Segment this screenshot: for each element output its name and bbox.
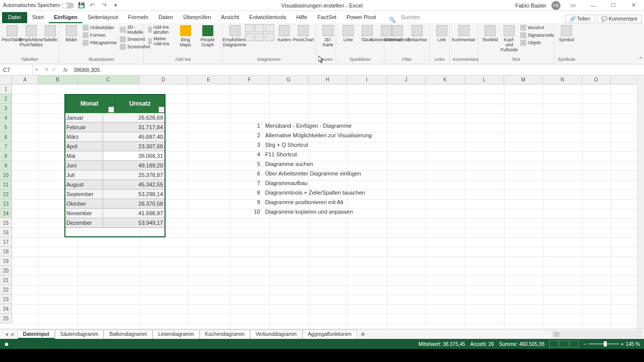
cell-month[interactable]: Februar [64,123,103,132]
enter-formula-icon[interactable]: ✓ [52,66,56,73]
pivotchart-button[interactable]: PivotChart [294,24,312,43]
column-header-K[interactable]: K [426,75,465,84]
row-header-13[interactable]: 13 [0,199,12,209]
note-row[interactable]: 7Diagrammaufbau [243,180,372,190]
row-header-1[interactable]: 1 [0,84,12,94]
sheet-tab-balkendiagramm[interactable]: Balkendiagramm [104,330,152,339]
cell-value[interactable]: 31.717,84 [103,123,166,132]
note-row[interactable]: 5Diagramme suchen [243,161,372,170]
save-icon[interactable]: 💾 [78,2,85,9]
my-addins-button[interactable]: Meine Add-Ins [147,36,175,47]
add-sheet-button[interactable]: ⊕ [357,331,369,337]
column-header-F[interactable]: F [230,75,269,84]
row-header-6[interactable]: 6 [0,132,12,142]
tab-factset[interactable]: FactSet [312,12,342,23]
tab-hilfe[interactable]: Hilfe [291,12,312,23]
sheet-nav[interactable]: ◄ ► [2,331,18,337]
name-box[interactable]: C7 [0,64,33,75]
page-break-icon[interactable] [570,340,579,347]
row-header-5[interactable]: 5 [0,123,12,132]
row-header-2[interactable]: 2 [0,94,12,104]
column-header-O[interactable]: O [582,75,611,84]
row-header-22[interactable]: 22 [0,285,12,295]
header-footer-button[interactable]: Kopf- und Fußzeile [500,24,518,53]
column-header-A[interactable]: A [12,75,38,84]
slicer-button[interactable]: Datenschnitt [387,24,407,43]
cell-value[interactable]: 41.566,97 [103,209,166,218]
filter-icon[interactable]: ▾ [158,107,165,113]
cell-value[interactable]: 53.949,17 [103,218,166,227]
zoom-level[interactable]: 145 % [626,341,640,347]
cell-value[interactable]: 49.189,20 [103,161,166,170]
table-row[interactable]: Mai38.068,31 [64,151,166,161]
table-row[interactable]: November41.566,97 [64,209,166,218]
cell-month[interactable]: August [64,180,103,189]
sparkline-line-button[interactable]: Linie [339,24,357,43]
table-row[interactable]: September53.298,14 [64,190,166,199]
tab-ueberpruefen[interactable]: Überprüfen [178,12,216,23]
icons-button[interactable]: Piktogramme [82,39,118,46]
column-chart-icon[interactable] [245,24,254,32]
table-header-monat[interactable]: Monat▾ [64,94,115,113]
row-header-25[interactable]: 25 [0,314,12,323]
cell-month[interactable]: März [64,132,103,141]
note-row[interactable]: 8Diagrammtools + Zeile/Spalten tauschen [243,190,372,199]
table-row[interactable]: Dezember53.949,17 [64,218,166,228]
tab-file[interactable]: Datei [2,12,27,23]
wordart-button[interactable]: WordArt [519,24,555,31]
ribbon-options-icon[interactable]: ▭ [566,1,581,11]
get-addins-button[interactable]: Add-Ins abrufen [147,24,175,35]
row-header-10[interactable]: 10 [0,170,12,180]
cell-value[interactable]: 26.370,58 [103,199,166,208]
cancel-formula-icon[interactable]: ✕ [44,66,49,73]
bar-chart-icon[interactable] [245,33,254,41]
user-name[interactable]: Fabio Basler [515,3,546,9]
formula-input[interactable]: 38068,305 [71,67,644,73]
symbol-button[interactable]: Symbol [557,24,576,43]
toggle-switch[interactable] [62,3,74,9]
search-box[interactable]: Suchen [396,12,425,23]
note-row[interactable]: 6Über Arbeitsreiter Diagramme einfügen [243,170,372,180]
note-row[interactable]: 3Strg + Q Shortcut [243,142,372,151]
table-row[interactable]: Oktober26.370,58 [64,199,166,209]
object-button[interactable]: Objekt [519,39,555,46]
link-button[interactable]: Link [433,24,451,43]
cell-value[interactable]: 23.307,68 [103,142,166,151]
collapse-ribbon-icon[interactable]: ^ [639,56,642,62]
table-row[interactable]: Juli25.378,87 [64,170,166,180]
sheet-tab-kuchendiagramm[interactable]: Kuchendiagramm [200,330,250,339]
column-header-I[interactable]: I [347,75,387,84]
column-header-L[interactable]: L [465,75,504,84]
worksheet-grid[interactable]: ABCDEFGHIJKLMNO 123456789101112131415161… [0,75,644,329]
note-row[interactable]: 10Diagramme kopieren und anpassen [243,209,372,218]
bing-maps-button[interactable]: Bing Maps [177,24,195,48]
cell-value[interactable]: 38.068,31 [103,151,166,160]
cell-month[interactable]: Januar [64,113,103,122]
row-header-4[interactable]: 4 [0,113,12,123]
tab-start[interactable]: Start [27,12,49,23]
row-header-16[interactable]: 16 [0,228,12,237]
row-header-8[interactable]: 8 [0,151,12,161]
online-pictures-button[interactable]: Onlinebilder [82,24,118,31]
tab-einfuegen[interactable]: Einfügen [49,12,83,23]
filter-icon[interactable]: ▾ [108,107,114,113]
tab-formeln[interactable]: Formeln [123,12,153,23]
normal-view-icon[interactable] [549,340,558,347]
row-header-7[interactable]: 7 [0,142,12,151]
cell-month[interactable]: November [64,209,103,218]
table-row[interactable]: Januar26.628,69 [64,113,166,123]
textbox-button[interactable]: Textfeld [481,24,499,43]
column-header-N[interactable]: N [543,75,582,84]
row-header-19[interactable]: 19 [0,256,12,266]
column-header-J[interactable]: J [387,75,426,84]
chart-type-gallery[interactable] [245,24,274,41]
row-header-18[interactable]: 18 [0,247,12,256]
row-header-15[interactable]: 15 [0,218,12,228]
row-header-24[interactable]: 24 [0,304,12,314]
tab-powerpivot[interactable]: Power Pivot [342,12,381,23]
cell-month[interactable]: Dezember [64,218,103,227]
user-avatar[interactable]: FB [551,1,560,10]
column-header-M[interactable]: M [504,75,543,84]
table-row[interactable]: Juni49.189,20 [64,161,166,170]
tab-daten[interactable]: Daten [153,12,178,23]
